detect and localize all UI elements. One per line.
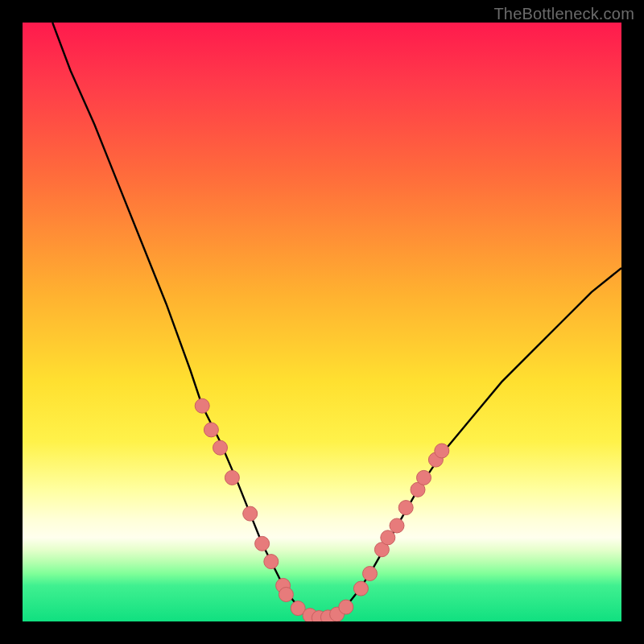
data-marker (381, 530, 395, 545)
data-marker (353, 581, 368, 596)
data-marker (363, 567, 378, 581)
data-marker (390, 518, 404, 533)
data-marker (213, 440, 228, 455)
data-marker (398, 501, 413, 515)
data-marker (339, 600, 353, 614)
data-marker (279, 588, 293, 602)
data-marker (264, 555, 279, 569)
data-marker (255, 536, 270, 551)
bottleneck-curve (52, 23, 621, 618)
data-marker (225, 470, 239, 485)
data-marker (204, 423, 218, 437)
watermark-text: TheBottleneck.com (493, 5, 634, 23)
data-marker (195, 398, 209, 413)
data-marker (243, 506, 258, 521)
chart-frame: TheBottleneck.com (0, 0, 644, 644)
plot-area (23, 23, 621, 621)
data-marker (417, 470, 431, 485)
curve-markers (195, 398, 449, 621)
chart-svg (23, 23, 621, 621)
data-marker (435, 444, 449, 458)
